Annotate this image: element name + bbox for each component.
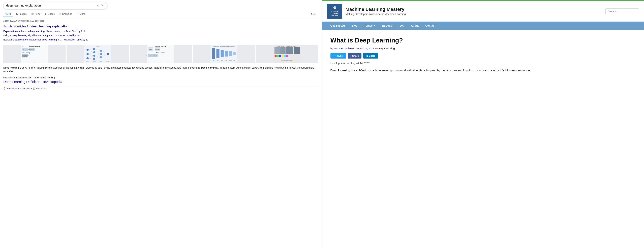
image-2[interactable]: Neuron — [66, 45, 129, 63]
scholarly-link-2[interactable]: Using a deep learning algorithm and inte… — [3, 34, 318, 37]
svg-text:Feature: Feature — [149, 49, 152, 50]
nav-blog[interactable]: Blog — [348, 21, 361, 30]
nav-faq[interactable]: FAQ — [395, 21, 408, 30]
result-description: Deep learning is an AI function that mim… — [3, 66, 318, 73]
nav-topics[interactable]: Topics ▼ — [361, 21, 378, 30]
site-header: ⚙ MACHINE LEARNING MASTERY Machine Learn… — [322, 1, 644, 21]
nav-item-videos[interactable]: ▶ Videos — [43, 11, 57, 17]
svg-rect-61 — [216, 49, 219, 58]
scholarly-link-3[interactable]: Evaluating explanation methods for deep … — [3, 38, 318, 41]
site-title: Machine Learning Mastery — [346, 7, 602, 12]
footer-separator: • — [31, 87, 32, 90]
about-snippets-link[interactable]: About featured snippets — [7, 87, 30, 90]
svg-point-19 — [86, 57, 89, 59]
image-5[interactable]: tertiary features & concepts expressed a… — [256, 45, 318, 63]
svg-rect-63 — [225, 51, 228, 57]
date-link[interactable]: August 16, 2019 — [356, 47, 374, 50]
nav-item-news[interactable]: 📰 News — [29, 11, 42, 17]
site-title-block: Machine Learning Mastery Making Develope… — [346, 7, 602, 16]
scholarly-link-1[interactable]: Explanation methods in deep learning: Us… — [3, 30, 318, 33]
images-icon: 🖼 — [16, 13, 18, 15]
svg-text:Machine Learning: Machine Learning — [155, 45, 166, 47]
image-3[interactable]: Machine Learning Feature Classification … — [130, 45, 192, 63]
svg-text:Layer 2: Layer 2 — [217, 60, 219, 61]
svg-point-23 — [93, 58, 95, 60]
image-4[interactable]: value model layers learn deeper interme.… — [193, 45, 255, 63]
svg-rect-65 — [233, 52, 236, 55]
svg-text:Deep Learning: Deep Learning — [22, 52, 30, 53]
svg-text:Neuron: Neuron — [96, 45, 100, 47]
svg-text:Output: Output — [233, 60, 236, 61]
svg-rect-80 — [279, 55, 281, 57]
svg-rect-64 — [229, 51, 232, 56]
feedback-button[interactable]: 📋 Feedback — [33, 87, 46, 90]
search-button[interactable] — [101, 3, 104, 8]
image-1[interactable]: Machine Learning Feature extraction Clas… — [3, 45, 66, 63]
facebook-icon: f — [350, 55, 351, 57]
svg-rect-79 — [277, 55, 279, 57]
social-buttons: 🐦 Tweet f Share in Share — [330, 53, 636, 59]
category-label: Deep Learning — [378, 47, 395, 50]
svg-rect-76 — [286, 47, 293, 54]
linkedin-icon: in — [366, 55, 368, 57]
author-link[interactable]: Jason Brownlee — [334, 47, 352, 50]
tweet-button[interactable]: 🐦 Tweet — [330, 53, 346, 59]
last-updated: Last Updated on August 14, 2020 — [330, 62, 636, 65]
scholarly-section: Scholarly articles for deep learning exp… — [3, 25, 318, 41]
svg-text:Layer 4: Layer 4 — [225, 60, 228, 61]
nav-item-more[interactable]: ⋮ More — [75, 11, 87, 17]
svg-text:Feature extraction·Classificat: Feature extraction·Classification — [155, 62, 167, 63]
svg-text:Form combine to form objects: Form combine to form objects — [281, 60, 293, 61]
nav-contact[interactable]: Contact — [422, 21, 439, 30]
svg-point-20 — [93, 48, 95, 50]
svg-rect-75 — [280, 47, 286, 54]
svg-point-24 — [100, 49, 102, 52]
article-content: What is Deep Learning? by Jason Brownlee… — [322, 30, 644, 80]
clear-search-icon[interactable]: ✕ — [96, 4, 99, 7]
svg-text:Classification: Classification — [155, 49, 160, 50]
more-icon: ⋮ — [77, 13, 79, 15]
svg-text:Layer 2: Layer 2 — [93, 61, 96, 62]
svg-text:Classification: Classification — [30, 49, 34, 50]
svg-point-17 — [86, 49, 89, 51]
nav-item-images[interactable]: 🖼 Images — [14, 11, 29, 17]
nav-item-all[interactable]: 🔍 All — [3, 11, 14, 17]
svg-rect-60 — [212, 48, 215, 59]
result-url: https://www.investopedia.com › terms › d… — [3, 76, 55, 79]
tools-link[interactable]: Tools — [309, 11, 318, 17]
facebook-share-button[interactable]: f Share — [348, 53, 362, 59]
svg-text:Layer 5: Layer 5 — [230, 60, 232, 61]
twitter-icon: 🐦 — [333, 55, 336, 57]
article-intro: Deep Learning is a subfield of machine l… — [330, 68, 636, 73]
nav-about[interactable]: About — [408, 21, 422, 30]
svg-rect-83 — [286, 55, 288, 57]
article-title: What is Deep Learning? — [330, 37, 636, 44]
search-footer: ❓ About featured snippets • 📋 Feedback — [3, 86, 318, 90]
nav-get-started[interactable]: Get Started — [327, 21, 348, 30]
search-input[interactable] — [6, 4, 96, 7]
all-icon: 🔍 — [5, 13, 8, 15]
nav-ebooks[interactable]: EBooks — [379, 21, 396, 30]
svg-rect-77 — [294, 47, 300, 54]
svg-rect-62 — [220, 50, 224, 57]
svg-text:Feature extraction: Feature extraction — [22, 55, 28, 56]
article-meta: by Jason Brownlee on August 16, 2019 in … — [330, 47, 636, 50]
svg-point-27 — [106, 53, 109, 55]
result-title-link[interactable]: Deep Learning Definition - Investopedia — [3, 80, 318, 84]
nav-item-shopping[interactable]: 🛍 Shopping — [57, 11, 74, 17]
svg-rect-81 — [282, 55, 284, 57]
gear-icon: ⚙ — [333, 5, 336, 10]
shopping-icon: 🛍 — [59, 13, 62, 15]
search-panel: ✕ 🔍 All 🖼 Images 📰 News ▶ Videos 🛍 Shopp… — [0, 0, 322, 248]
svg-text:Output: Output — [33, 62, 36, 63]
result-url-line: https://www.investopedia.com › terms › d… — [3, 76, 318, 79]
result-menu-icon[interactable]: ⋮ — [56, 76, 58, 79]
site-search-input[interactable] — [606, 8, 639, 14]
svg-rect-78 — [274, 55, 276, 57]
site-logo: ⚙ MACHINE LEARNING MASTERY — [327, 4, 342, 19]
search-bar: ✕ — [3, 2, 107, 9]
svg-text:Layer 1: Layer 1 — [213, 60, 215, 61]
linkedin-share-button[interactable]: in Share — [363, 53, 378, 59]
svg-text:Layer 1: Layer 1 — [86, 61, 89, 62]
svg-text:Layer 3: Layer 3 — [100, 61, 102, 62]
